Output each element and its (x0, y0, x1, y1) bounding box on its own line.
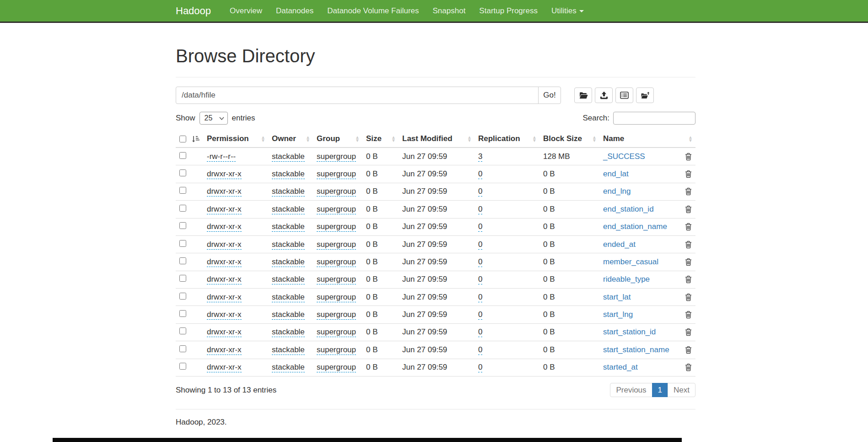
replication-value[interactable]: 0 (478, 293, 482, 302)
permission-value[interactable]: drwxr-xr-x (207, 187, 242, 196)
delete-button[interactable] (685, 311, 692, 319)
nav-item[interactable]: Startup Progress (472, 0, 545, 22)
replication-value[interactable]: 0 (478, 205, 482, 214)
row-checkbox[interactable] (179, 363, 186, 370)
file-link[interactable]: member_casual (603, 257, 658, 266)
file-link[interactable]: end_station_id (603, 205, 654, 213)
row-checkbox[interactable] (179, 310, 186, 317)
header-replication[interactable]: Replication▲▼ (474, 131, 539, 147)
row-checkbox[interactable] (179, 257, 186, 264)
delete-button[interactable] (685, 328, 692, 336)
group-value[interactable]: supergroup (317, 310, 356, 320)
owner-value[interactable]: stackable (272, 363, 305, 372)
permission-value[interactable]: drwxr-xr-x (207, 327, 242, 337)
permission-value[interactable]: drwxr-xr-x (207, 293, 242, 302)
permission-value[interactable]: drwxr-xr-x (207, 222, 242, 232)
group-value[interactable]: supergroup (317, 222, 356, 232)
delete-button[interactable] (685, 240, 692, 248)
replication-value[interactable]: 0 (478, 363, 482, 372)
go-button[interactable]: Go! (538, 87, 561, 104)
directory-path-input[interactable] (176, 87, 539, 104)
group-value[interactable]: supergroup (317, 152, 356, 162)
row-checkbox[interactable] (179, 345, 186, 352)
owner-value[interactable]: stackable (272, 187, 305, 196)
file-link[interactable]: rideable_type (603, 275, 650, 284)
replication-value[interactable]: 0 (478, 345, 482, 355)
nav-item[interactable]: Snapshot (426, 0, 473, 22)
file-link[interactable]: start_station_name (603, 345, 669, 354)
replication-value[interactable]: 0 (478, 222, 482, 232)
group-value[interactable]: supergroup (317, 345, 356, 355)
permission-value[interactable]: drwxr-xr-x (207, 345, 242, 355)
row-checkbox[interactable] (179, 293, 186, 300)
row-checkbox[interactable] (179, 240, 186, 247)
header-size[interactable]: Size▲▼ (362, 131, 399, 147)
row-checkbox[interactable] (179, 205, 186, 212)
pagination-page-1[interactable]: 1 (652, 383, 668, 397)
header-owner[interactable]: Owner▲▼ (268, 131, 313, 147)
group-value[interactable]: supergroup (317, 293, 356, 302)
delete-button[interactable] (685, 276, 692, 284)
permission-value[interactable]: drwxr-xr-x (207, 257, 242, 267)
row-checkbox[interactable] (179, 275, 186, 282)
delete-button[interactable] (685, 364, 692, 371)
header-group[interactable]: Group▲▼ (313, 131, 362, 147)
row-checkbox[interactable] (179, 152, 186, 159)
group-value[interactable]: supergroup (317, 205, 356, 214)
file-link[interactable]: end_station_name (603, 222, 667, 231)
select-all-checkbox[interactable] (179, 136, 186, 142)
permission-value[interactable]: -rw-r--r-- (207, 152, 236, 162)
delete-button[interactable] (685, 346, 692, 354)
owner-value[interactable]: stackable (272, 152, 305, 162)
nav-item[interactable]: Datanode Volume Failures (320, 0, 426, 22)
brand-link[interactable]: Hadoop (176, 5, 211, 17)
page-size-select[interactable]: 25 (199, 112, 228, 125)
owner-value[interactable]: stackable (272, 169, 305, 179)
replication-value[interactable]: 0 (478, 187, 482, 196)
group-value[interactable]: supergroup (317, 257, 356, 267)
replication-value[interactable]: 0 (478, 275, 482, 284)
nav-item[interactable]: Datanodes (269, 0, 320, 22)
group-value[interactable]: supergroup (317, 240, 356, 250)
group-value[interactable]: supergroup (317, 187, 356, 196)
delete-button[interactable] (685, 258, 692, 266)
select-all-header[interactable] (176, 131, 203, 147)
search-input[interactable] (613, 112, 695, 125)
replication-value[interactable]: 0 (478, 310, 482, 320)
group-value[interactable]: supergroup (317, 363, 356, 372)
row-checkbox[interactable] (179, 327, 186, 334)
group-value[interactable]: supergroup (317, 327, 356, 337)
file-info-button[interactable] (615, 87, 633, 103)
upload-file-button[interactable] (595, 87, 613, 103)
nav-item[interactable]: Overview (223, 0, 269, 22)
file-link[interactable]: start_lat (603, 293, 631, 301)
row-checkbox[interactable] (179, 187, 186, 194)
owner-value[interactable]: stackable (272, 222, 305, 232)
owner-value[interactable]: stackable (272, 240, 305, 250)
file-link[interactable]: _SUCCESS (603, 152, 645, 161)
nav-item-utilities[interactable]: Utilities (545, 0, 591, 22)
delete-button[interactable] (685, 170, 692, 178)
delete-button[interactable] (685, 188, 692, 196)
file-link[interactable]: started_at (603, 363, 638, 371)
utilities-dropdown[interactable]: Utilities (545, 0, 591, 22)
owner-value[interactable]: stackable (272, 275, 305, 284)
owner-value[interactable]: stackable (272, 257, 305, 267)
delete-button[interactable] (685, 293, 692, 301)
owner-value[interactable]: stackable (272, 205, 305, 214)
file-link[interactable]: start_station_id (603, 327, 656, 336)
permission-value[interactable]: drwxr-xr-x (207, 363, 242, 372)
replication-value[interactable]: 3 (478, 152, 482, 162)
header-block-size[interactable]: Block Size▲▼ (539, 131, 599, 147)
header-permission[interactable]: Permission▲▼ (203, 131, 268, 147)
header-last-modified[interactable]: Last Modified▲▼ (399, 131, 474, 147)
row-checkbox[interactable] (179, 169, 186, 176)
replication-value[interactable]: 0 (478, 327, 482, 337)
delete-button[interactable] (685, 205, 692, 213)
group-value[interactable]: supergroup (317, 169, 356, 179)
permission-value[interactable]: drwxr-xr-x (207, 275, 242, 284)
replication-value[interactable]: 0 (478, 257, 482, 267)
file-link[interactable]: start_lng (603, 310, 633, 319)
cut-paste-button[interactable] (636, 87, 654, 103)
owner-value[interactable]: stackable (272, 293, 305, 302)
